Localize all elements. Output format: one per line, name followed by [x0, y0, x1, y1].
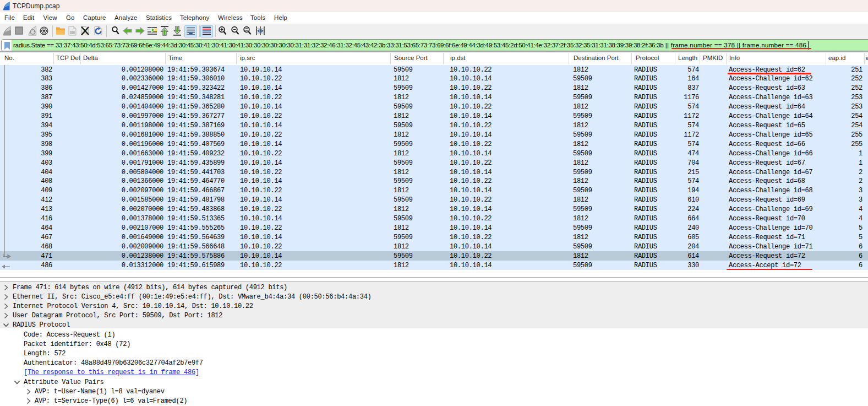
svg-text:010: 010: [70, 31, 75, 34]
